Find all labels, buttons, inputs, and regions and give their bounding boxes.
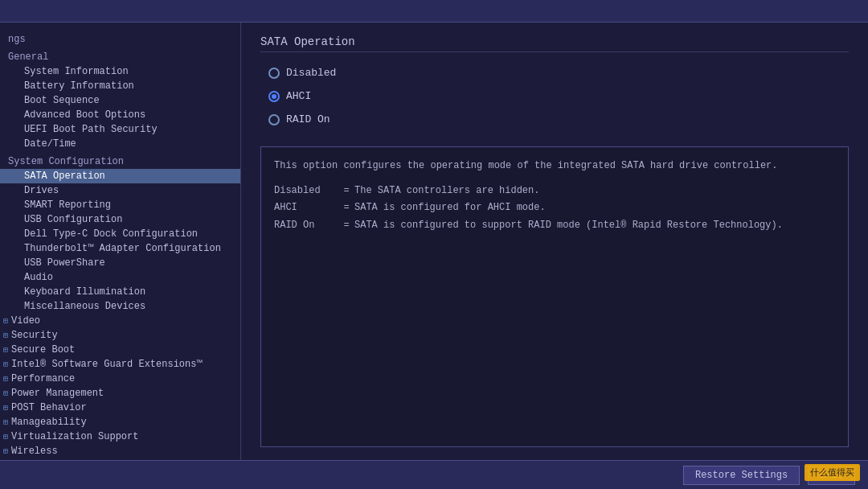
sidebar-item-battery-information[interactable]: Battery Information	[0, 79, 240, 93]
radio-circle-disabled	[268, 68, 280, 79]
sidebar-group-label-manageability: Manageability	[11, 417, 87, 428]
top-bar	[0, 0, 868, 23]
info-row-1: AHCI = SATA is configured for AHCI mode.	[274, 200, 835, 216]
sidebar-section-general: General	[0, 50, 240, 64]
sidebar-section-ngs: ngs	[0, 32, 240, 47]
sidebar-group-label-wireless: Wireless	[11, 446, 58, 457]
info-key-2: RAID On	[274, 218, 338, 233]
bottom-bar: Restore Settings Exit	[0, 460, 868, 489]
content-panel: SATA Operation Disabled AHCI RAID On Thi…	[241, 23, 868, 460]
restore-settings-button[interactable]: Restore Settings	[683, 466, 800, 485]
info-eq-2: =	[338, 218, 354, 233]
expand-icon-power-management: ⊞	[3, 388, 8, 398]
info-key-1: AHCI	[274, 200, 338, 216]
expand-icon-security: ⊞	[3, 331, 8, 340]
sidebar-group-wireless[interactable]: ⊞Wireless	[0, 444, 240, 458]
radio-label-raid: RAID On	[286, 113, 330, 125]
info-box: This option configures the operating mod…	[260, 146, 849, 447]
sidebar-group-label-intel-software-guard: Intel® Software Guard Extensions™	[11, 359, 203, 370]
sidebar-item-dell-type-c[interactable]: Dell Type-C Dock Configuration	[0, 227, 240, 241]
sidebar-item-miscellaneous-devices[interactable]: Miscellaneous Devices	[0, 299, 240, 314]
radio-ahci[interactable]: AHCI	[268, 90, 849, 102]
sidebar-item-smart-reporting[interactable]: SMART Reporting	[0, 198, 240, 212]
sidebar-group-post-behavior[interactable]: ⊞POST Behavior	[0, 401, 240, 415]
radio-raid[interactable]: RAID On	[268, 113, 849, 125]
sidebar-item-advanced-boot-options[interactable]: Advanced Boot Options	[0, 108, 240, 122]
sidebar-item-sata-operation[interactable]: SATA Operation	[0, 169, 240, 183]
info-table: Disabled = The SATA controllers are hidd…	[274, 183, 835, 233]
sidebar-item-uefi-boot-path-security[interactable]: UEFI Boot Path Security	[0, 122, 240, 137]
sidebar-group-label-post-behavior: POST Behavior	[11, 402, 87, 413]
info-row-0: Disabled = The SATA controllers are hidd…	[274, 183, 835, 199]
radio-disabled[interactable]: Disabled	[268, 67, 849, 79]
expand-icon-virtualization-support: ⊞	[3, 432, 8, 442]
sidebar-item-thunderbolt[interactable]: Thunderbolt™ Adapter Configuration	[0, 241, 240, 256]
sidebar-group-label-security: Security	[11, 330, 58, 341]
sidebar-item-keyboard-illumination[interactable]: Keyboard Illumination	[0, 285, 240, 299]
bios-screen: ngsGeneralSystem InformationBattery Info…	[0, 0, 868, 489]
expand-icon-secure-boot: ⊞	[3, 345, 8, 355]
sidebar-group-label-performance: Performance	[11, 373, 75, 384]
radio-label-ahci: AHCI	[286, 90, 311, 102]
radio-label-disabled: Disabled	[286, 67, 336, 79]
sidebar-group-virtualization-support[interactable]: ⊞Virtualization Support	[0, 429, 240, 444]
sidebar-section-system-configuration: System Configuration	[0, 154, 240, 169]
info-eq-0: =	[338, 183, 354, 199]
sidebar-group-label-secure-boot: Secure Boot	[11, 344, 75, 355]
info-val-0: The SATA controllers are hidden.	[354, 183, 539, 199]
info-row-2: RAID On = SATA is configured to support …	[274, 218, 835, 233]
info-key-0: Disabled	[274, 183, 338, 199]
sidebar-item-drives[interactable]: Drives	[0, 183, 240, 198]
sidebar-group-video[interactable]: ⊞Video	[0, 314, 240, 328]
expand-icon-intel-software-guard: ⊞	[3, 360, 8, 369]
exit-button[interactable]: Exit	[808, 466, 855, 485]
sidebar-item-audio[interactable]: Audio	[0, 270, 240, 285]
radio-circle-ahci	[268, 91, 280, 102]
expand-icon-performance: ⊞	[3, 374, 8, 384]
info-eq-1: =	[338, 200, 354, 216]
sidebar-group-performance[interactable]: ⊞Performance	[0, 372, 240, 386]
sidebar-group-manageability[interactable]: ⊞Manageability	[0, 415, 240, 429]
sidebar-group-label-virtualization-support: Virtualization Support	[11, 431, 138, 442]
sidebar-group-secure-boot[interactable]: ⊞Secure Boot	[0, 343, 240, 357]
sidebar-group-security[interactable]: ⊞Security	[0, 328, 240, 343]
sidebar-group-power-management[interactable]: ⊞Power Management	[0, 386, 240, 401]
expand-icon-post-behavior: ⊞	[3, 403, 8, 413]
sidebar-item-usb-configuration[interactable]: USB Configuration	[0, 212, 240, 227]
radio-group: Disabled AHCI RAID On	[268, 67, 849, 125]
info-val-2: SATA is configured to support RAID mode …	[354, 218, 783, 233]
sidebar-item-boot-sequence[interactable]: Boot Sequence	[0, 93, 240, 108]
main-content: ngsGeneralSystem InformationBattery Info…	[0, 23, 868, 460]
info-description: This option configures the operating mod…	[274, 158, 835, 174]
expand-icon-manageability: ⊞	[3, 417, 8, 427]
sidebar-group-label-video: Video	[11, 315, 40, 327]
content-title: SATA Operation	[260, 35, 849, 52]
expand-icon-wireless: ⊞	[3, 446, 8, 456]
sidebar-item-system-information[interactable]: System Information	[0, 64, 240, 79]
sidebar-item-datetime[interactable]: Date/Time	[0, 137, 240, 151]
expand-icon-video: ⊞	[3, 316, 8, 326]
sidebar: ngsGeneralSystem InformationBattery Info…	[0, 23, 241, 460]
info-val-1: SATA is configured for AHCI mode.	[354, 200, 546, 216]
sidebar-item-usb-powershare[interactable]: USB PowerShare	[0, 256, 240, 270]
sidebar-group-label-power-management: Power Management	[11, 388, 104, 399]
sidebar-group-intel-software-guard[interactable]: ⊞Intel® Software Guard Extensions™	[0, 357, 240, 372]
radio-circle-raid	[268, 114, 280, 125]
